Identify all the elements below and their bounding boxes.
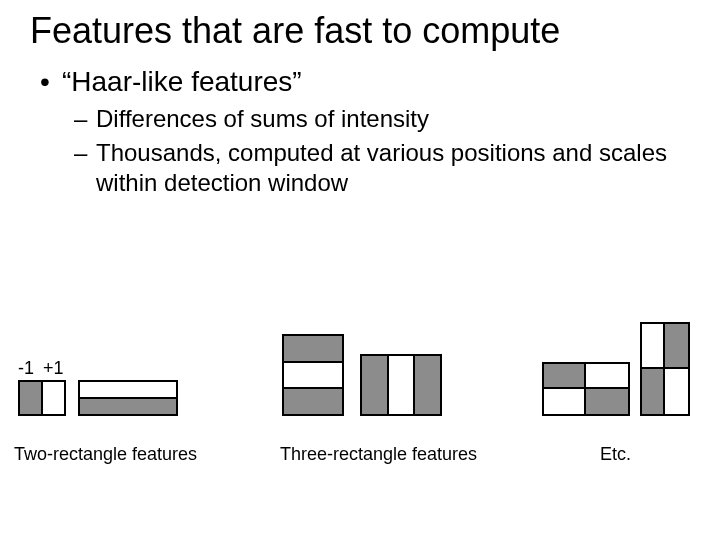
cell-white xyxy=(586,364,628,389)
cell-gray xyxy=(20,382,43,414)
bullet-level2: Differences of sums of intensity xyxy=(40,104,680,134)
cell-gray xyxy=(586,389,628,414)
caption-three-rect: Three-rectangle features xyxy=(280,444,477,465)
cell-gray xyxy=(80,399,176,414)
four-rect-wide-icon xyxy=(542,362,630,416)
two-rect-vertical-icon xyxy=(18,380,66,416)
cell-gray xyxy=(415,356,440,414)
cell-gray xyxy=(665,324,688,369)
cell-gray xyxy=(544,364,586,389)
bullet-level2: Thousands, computed at various positions… xyxy=(40,138,680,198)
cell-white xyxy=(80,382,176,399)
legend-negative: -1 xyxy=(18,358,34,379)
cell-white xyxy=(544,389,586,414)
slide-title: Features that are fast to compute xyxy=(30,10,560,52)
cell-white xyxy=(389,356,416,414)
three-rect-horizontal-icon xyxy=(282,334,344,416)
cell-gray xyxy=(284,389,342,414)
caption-etc: Etc. xyxy=(600,444,631,465)
bullet-level1: “Haar-like features” xyxy=(40,66,680,98)
slide: Features that are fast to compute “Haar-… xyxy=(0,0,720,540)
cell-white xyxy=(284,363,342,390)
three-rect-vertical-icon xyxy=(360,354,442,416)
cell-white xyxy=(642,324,665,369)
cell-gray xyxy=(642,369,665,414)
cell-white xyxy=(665,369,688,414)
legend-positive: +1 xyxy=(43,358,64,379)
bullet-list: “Haar-like features” Differences of sums… xyxy=(40,66,680,202)
four-rect-tall-icon xyxy=(640,322,690,416)
cell-white xyxy=(43,382,64,414)
two-rect-horizontal-icon xyxy=(78,380,178,416)
caption-two-rect: Two-rectangle features xyxy=(14,444,197,465)
cell-gray xyxy=(284,336,342,363)
cell-gray xyxy=(362,356,389,414)
